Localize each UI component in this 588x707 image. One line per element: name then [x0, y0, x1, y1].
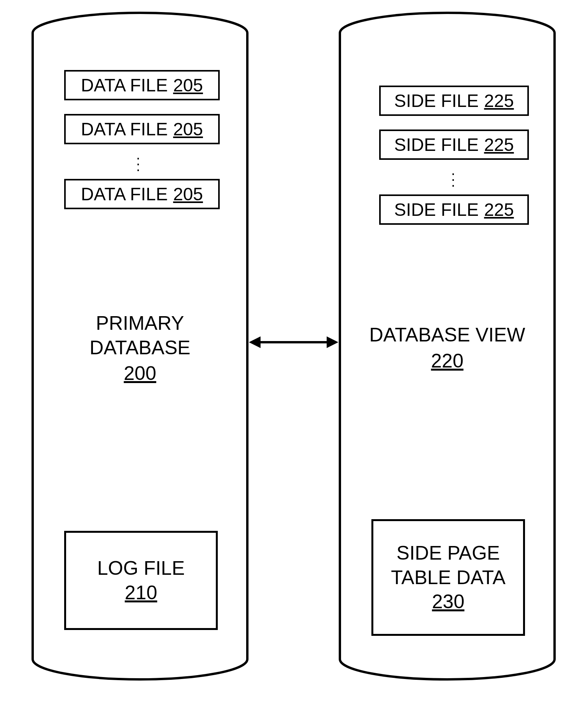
label-ref: 200 [31, 361, 249, 386]
vertical-ellipsis: ... [136, 152, 140, 170]
file-label: SIDE FILE [394, 134, 479, 155]
file-ref: 225 [484, 90, 514, 111]
file-ref: 225 [484, 199, 514, 220]
primary-database-label: PRIMARY DATABASE 200 [31, 311, 249, 386]
database-view-cylinder: SIDE FILE 225 SIDE FILE 225 ... SIDE FIL… [338, 12, 556, 681]
file-label: DATA FILE [81, 119, 168, 140]
box-line: LOG FILE [97, 556, 185, 581]
label-ref: 220 [338, 349, 556, 373]
primary-database-cylinder: DATA FILE 205 DATA FILE 205 ... DATA FIL… [31, 12, 249, 681]
label-line: DATABASE [89, 337, 190, 359]
vertical-ellipsis: ... [451, 167, 455, 185]
label-line: DATABASE VIEW [369, 324, 525, 346]
file-ref: 225 [484, 134, 514, 155]
data-file-box: DATA FILE 205 [64, 179, 220, 209]
box-ref: 230 [432, 590, 464, 614]
diagram-canvas: DATA FILE 205 DATA FILE 205 ... DATA FIL… [0, 0, 588, 707]
file-label: SIDE FILE [394, 199, 479, 220]
label-line: PRIMARY [96, 312, 184, 334]
side-file-box: SIDE FILE 225 [379, 86, 529, 116]
data-file-box: DATA FILE 205 [64, 114, 220, 144]
file-ref: 205 [173, 75, 203, 96]
box-line: SIDE PAGE [397, 541, 500, 565]
log-file-box: LOG FILE 210 [64, 531, 218, 630]
side-page-table-data-box: SIDE PAGE TABLE DATA 230 [371, 519, 525, 636]
box-line: TABLE DATA [391, 565, 506, 590]
file-ref: 205 [173, 119, 203, 140]
file-label: DATA FILE [81, 75, 168, 96]
svg-marker-3 [249, 336, 261, 348]
data-file-box: DATA FILE 205 [64, 70, 220, 100]
bidirectional-arrow-icon [249, 332, 338, 352]
box-ref: 210 [125, 581, 157, 605]
side-file-box: SIDE FILE 225 [379, 130, 529, 160]
database-view-label: DATABASE VIEW 220 [338, 323, 556, 373]
side-file-box: SIDE FILE 225 [379, 194, 529, 225]
file-label: DATA FILE [81, 184, 168, 205]
file-ref: 205 [173, 184, 203, 205]
file-label: SIDE FILE [394, 90, 479, 111]
svg-marker-4 [327, 336, 338, 348]
